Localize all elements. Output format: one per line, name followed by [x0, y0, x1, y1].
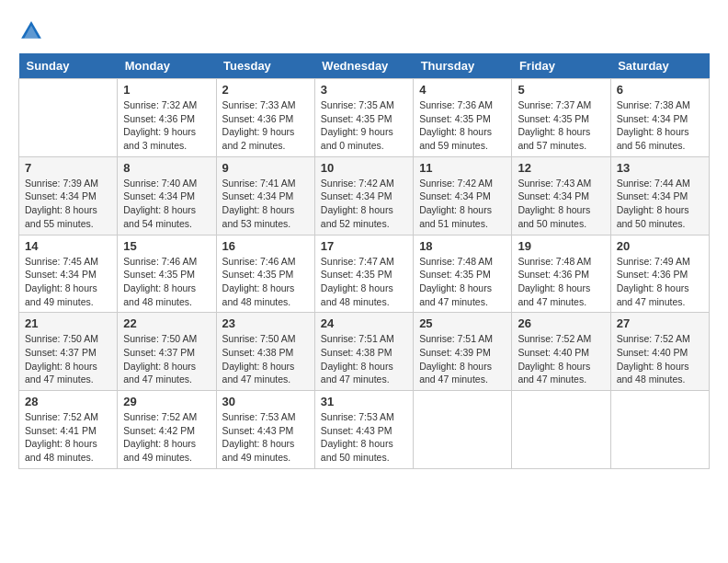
day-number: 18: [419, 239, 506, 253]
calendar-cell: 19Sunrise: 7:48 AM Sunset: 4:36 PM Dayli…: [512, 235, 610, 313]
day-number: 16: [222, 239, 309, 253]
day-number: 6: [617, 83, 703, 97]
calendar-cell: 8Sunrise: 7:40 AM Sunset: 4:34 PM Daylig…: [118, 156, 216, 235]
day-header-monday: Monday: [118, 53, 216, 79]
calendar-cell: 30Sunrise: 7:53 AM Sunset: 4:43 PM Dayli…: [216, 391, 314, 469]
day-number: 11: [419, 161, 506, 175]
logo-icon: [18, 18, 44, 44]
day-number: 25: [419, 316, 506, 330]
calendar-cell: 13Sunrise: 7:44 AM Sunset: 4:34 PM Dayli…: [610, 156, 709, 235]
day-info: Sunrise: 7:41 AM Sunset: 4:34 PM Dayligh…: [222, 177, 309, 231]
day-header-thursday: Thursday: [414, 53, 512, 79]
day-info: Sunrise: 7:51 AM Sunset: 4:38 PM Dayligh…: [321, 332, 407, 386]
calendar-cell: 7Sunrise: 7:39 AM Sunset: 4:34 PM Daylig…: [19, 156, 118, 235]
calendar-cell: 25Sunrise: 7:51 AM Sunset: 4:39 PM Dayli…: [414, 313, 512, 391]
calendar-cell: [610, 391, 709, 469]
calendar-cell: 28Sunrise: 7:52 AM Sunset: 4:41 PM Dayli…: [19, 391, 118, 469]
day-info: Sunrise: 7:40 AM Sunset: 4:34 PM Dayligh…: [123, 177, 210, 231]
day-number: 15: [123, 239, 210, 253]
day-number: 3: [321, 83, 407, 97]
day-info: Sunrise: 7:32 AM Sunset: 4:36 PM Dayligh…: [123, 98, 210, 153]
day-info: Sunrise: 7:46 AM Sunset: 4:35 PM Dayligh…: [222, 255, 309, 309]
calendar-cell: [19, 79, 118, 157]
calendar-cell: 14Sunrise: 7:45 AM Sunset: 4:34 PM Dayli…: [19, 235, 118, 313]
day-info: Sunrise: 7:42 AM Sunset: 4:34 PM Dayligh…: [321, 177, 407, 231]
calendar-cell: 16Sunrise: 7:46 AM Sunset: 4:35 PM Dayli…: [216, 235, 314, 313]
calendar-cell: 21Sunrise: 7:50 AM Sunset: 4:37 PM Dayli…: [19, 313, 118, 391]
day-number: 31: [321, 395, 407, 408]
calendar-cell: [512, 391, 610, 469]
day-number: 10: [321, 161, 407, 175]
day-header-sunday: Sunday: [19, 53, 118, 79]
day-header-tuesday: Tuesday: [216, 53, 314, 79]
day-info: Sunrise: 7:33 AM Sunset: 4:36 PM Dayligh…: [222, 98, 309, 153]
calendar-cell: 17Sunrise: 7:47 AM Sunset: 4:35 PM Dayli…: [314, 235, 413, 313]
calendar-cell: 18Sunrise: 7:48 AM Sunset: 4:35 PM Dayli…: [414, 235, 512, 313]
day-info: Sunrise: 7:52 AM Sunset: 4:40 PM Dayligh…: [518, 332, 604, 386]
week-row-2: 7Sunrise: 7:39 AM Sunset: 4:34 PM Daylig…: [19, 156, 710, 235]
day-number: 12: [518, 161, 604, 175]
calendar-cell: 3Sunrise: 7:35 AM Sunset: 4:35 PM Daylig…: [314, 79, 413, 157]
calendar-cell: 23Sunrise: 7:50 AM Sunset: 4:38 PM Dayli…: [216, 313, 314, 391]
day-header-friday: Friday: [512, 53, 610, 79]
day-info: Sunrise: 7:43 AM Sunset: 4:34 PM Dayligh…: [518, 177, 604, 231]
day-header-saturday: Saturday: [610, 53, 709, 79]
day-info: Sunrise: 7:52 AM Sunset: 4:42 PM Dayligh…: [123, 410, 210, 465]
calendar-cell: 11Sunrise: 7:42 AM Sunset: 4:34 PM Dayli…: [414, 156, 512, 235]
calendar-cell: 5Sunrise: 7:37 AM Sunset: 4:35 PM Daylig…: [512, 79, 610, 157]
day-info: Sunrise: 7:48 AM Sunset: 4:36 PM Dayligh…: [518, 255, 604, 309]
day-number: 4: [419, 83, 506, 97]
day-number: 17: [321, 239, 407, 253]
day-number: 26: [518, 316, 604, 330]
calendar-cell: 2Sunrise: 7:33 AM Sunset: 4:36 PM Daylig…: [216, 79, 314, 157]
day-info: Sunrise: 7:36 AM Sunset: 4:35 PM Dayligh…: [419, 98, 506, 153]
day-info: Sunrise: 7:46 AM Sunset: 4:35 PM Dayligh…: [123, 255, 210, 309]
calendar-cell: 29Sunrise: 7:52 AM Sunset: 4:42 PM Dayli…: [118, 391, 216, 469]
day-info: Sunrise: 7:35 AM Sunset: 4:35 PM Dayligh…: [321, 98, 407, 153]
day-info: Sunrise: 7:52 AM Sunset: 4:40 PM Dayligh…: [617, 332, 703, 386]
day-number: 24: [321, 316, 407, 330]
day-number: 27: [617, 316, 703, 330]
day-header-wednesday: Wednesday: [314, 53, 413, 79]
week-row-4: 21Sunrise: 7:50 AM Sunset: 4:37 PM Dayli…: [19, 313, 710, 391]
day-info: Sunrise: 7:44 AM Sunset: 4:34 PM Dayligh…: [617, 177, 703, 231]
calendar-cell: 1Sunrise: 7:32 AM Sunset: 4:36 PM Daylig…: [118, 79, 216, 157]
calendar-cell: [414, 391, 512, 469]
calendar-cell: 24Sunrise: 7:51 AM Sunset: 4:38 PM Dayli…: [314, 313, 413, 391]
day-info: Sunrise: 7:38 AM Sunset: 4:34 PM Dayligh…: [617, 98, 703, 153]
day-number: 19: [518, 239, 604, 253]
page-header: [18, 18, 710, 44]
day-number: 20: [617, 239, 703, 253]
calendar-cell: 15Sunrise: 7:46 AM Sunset: 4:35 PM Dayli…: [118, 235, 216, 313]
week-row-3: 14Sunrise: 7:45 AM Sunset: 4:34 PM Dayli…: [19, 235, 710, 313]
calendar-cell: 31Sunrise: 7:53 AM Sunset: 4:43 PM Dayli…: [314, 391, 413, 469]
day-number: 30: [222, 395, 309, 408]
day-number: 29: [123, 395, 210, 408]
day-info: Sunrise: 7:47 AM Sunset: 4:35 PM Dayligh…: [321, 255, 407, 309]
day-number: 21: [25, 316, 111, 330]
day-info: Sunrise: 7:49 AM Sunset: 4:36 PM Dayligh…: [617, 255, 703, 309]
calendar-table: SundayMondayTuesdayWednesdayThursdayFrid…: [18, 53, 710, 469]
day-info: Sunrise: 7:51 AM Sunset: 4:39 PM Dayligh…: [419, 332, 506, 386]
day-info: Sunrise: 7:39 AM Sunset: 4:34 PM Dayligh…: [25, 177, 111, 231]
day-info: Sunrise: 7:48 AM Sunset: 4:35 PM Dayligh…: [419, 255, 506, 309]
day-number: 5: [518, 83, 604, 97]
day-number: 28: [25, 395, 111, 408]
day-info: Sunrise: 7:53 AM Sunset: 4:43 PM Dayligh…: [321, 410, 407, 465]
day-info: Sunrise: 7:53 AM Sunset: 4:43 PM Dayligh…: [222, 410, 309, 465]
day-info: Sunrise: 7:50 AM Sunset: 4:37 PM Dayligh…: [123, 332, 210, 386]
calendar-cell: 10Sunrise: 7:42 AM Sunset: 4:34 PM Dayli…: [314, 156, 413, 235]
calendar-cell: 9Sunrise: 7:41 AM Sunset: 4:34 PM Daylig…: [216, 156, 314, 235]
calendar-cell: 12Sunrise: 7:43 AM Sunset: 4:34 PM Dayli…: [512, 156, 610, 235]
week-row-1: 1Sunrise: 7:32 AM Sunset: 4:36 PM Daylig…: [19, 79, 710, 157]
day-number: 23: [222, 316, 309, 330]
day-number: 22: [123, 316, 210, 330]
day-number: 7: [25, 161, 111, 175]
logo: [18, 18, 48, 44]
day-info: Sunrise: 7:52 AM Sunset: 4:41 PM Dayligh…: [25, 410, 111, 465]
calendar-cell: 27Sunrise: 7:52 AM Sunset: 4:40 PM Dayli…: [610, 313, 709, 391]
day-info: Sunrise: 7:50 AM Sunset: 4:37 PM Dayligh…: [25, 332, 111, 386]
day-info: Sunrise: 7:45 AM Sunset: 4:34 PM Dayligh…: [25, 255, 111, 309]
calendar-cell: 26Sunrise: 7:52 AM Sunset: 4:40 PM Dayli…: [512, 313, 610, 391]
calendar-cell: 20Sunrise: 7:49 AM Sunset: 4:36 PM Dayli…: [610, 235, 709, 313]
